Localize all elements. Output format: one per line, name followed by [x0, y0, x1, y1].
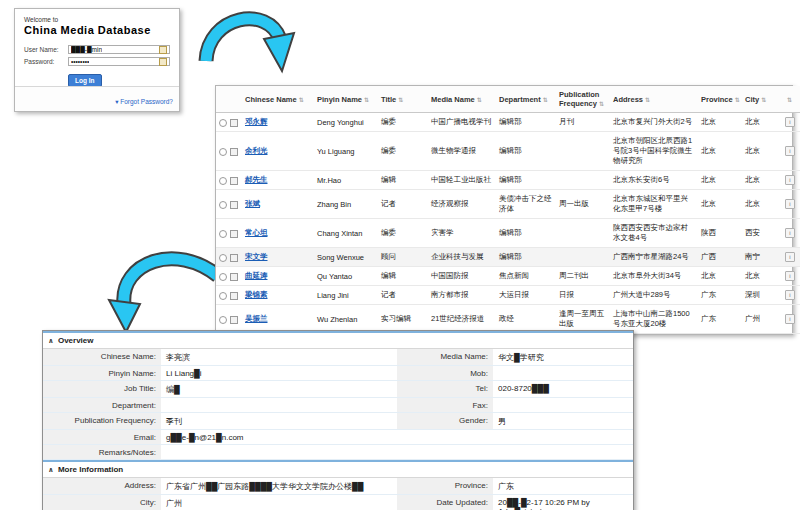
cell-title: 编委	[378, 113, 428, 132]
record-link[interactable]: 余利光	[245, 146, 268, 155]
field-value	[493, 398, 633, 412]
column-header-chinese-name[interactable]: Chinese Name⇅	[242, 86, 314, 113]
record-link[interactable]: 邓永辉	[245, 117, 268, 126]
record-link[interactable]: 张斌	[245, 199, 260, 208]
field-label: Job Title:	[43, 381, 161, 397]
row-radio[interactable]	[219, 148, 227, 156]
info-icon[interactable]: i	[785, 271, 795, 281]
row-radio[interactable]	[219, 201, 227, 209]
cell-chinese-name: 曲延涛	[242, 267, 314, 286]
cell-department: 焦点新闻	[496, 267, 556, 286]
row-radio[interactable]	[219, 177, 227, 185]
row-edit-icon[interactable]	[230, 230, 238, 238]
sort-icon[interactable]: ⇅	[299, 97, 304, 103]
record-link[interactable]: 常心坦	[245, 228, 268, 237]
results-table-panel: Chinese Name⇅Pinyin Name⇅Title⇅Media Nam…	[215, 85, 793, 335]
overview-section: ∧ Overview Chinese Name:李亮滨Media Name:华文…	[43, 331, 633, 460]
row-edit-icon[interactable]	[230, 148, 238, 156]
column-header-province[interactable]: Province⇅	[698, 86, 742, 113]
column-header-label: Media Name	[431, 95, 475, 104]
sort-icon[interactable]: ⇅	[398, 97, 403, 103]
field-label	[397, 445, 493, 459]
column-header-address[interactable]: Address⇅	[610, 86, 698, 113]
detail-row: Chinese Name:李亮滨Media Name:华文█学研究	[43, 349, 633, 366]
column-header-city[interactable]: City⇅	[742, 86, 782, 113]
row-radio[interactable]	[219, 273, 227, 281]
cell-address: 北京市复兴门外大街2号	[610, 113, 698, 132]
row-edit-icon[interactable]	[230, 254, 238, 262]
column-header-department[interactable]: Department⇅	[496, 86, 556, 113]
column-header-media-name[interactable]: Media Name⇅	[428, 86, 496, 113]
table-row[interactable]: 曲延涛Qu Yantao编辑中国国防报焦点新闻周二刊出北京市阜外大街34号北京北…	[216, 267, 800, 286]
row-radio[interactable]	[219, 119, 227, 127]
sort-icon[interactable]: ⇅	[761, 97, 766, 103]
field-value: 020-8720███	[493, 381, 633, 397]
info-icon[interactable]: i	[785, 117, 795, 127]
cell-pinyin: Deng Yonghui	[314, 113, 378, 132]
info-icon[interactable]: i	[785, 146, 795, 156]
table-row[interactable]: 余利光Yu Liguang编委微生物学通报编辑部北京市朝阳区北辰西路1号院3号中…	[216, 132, 800, 171]
column-header-publication-frequency[interactable]: Publication Frequency⇅	[556, 86, 610, 113]
cell-city: 北京	[742, 190, 782, 219]
overview-section-header[interactable]: ∧ Overview	[43, 333, 633, 349]
info-icon[interactable]: i	[785, 175, 795, 185]
forgot-password-link[interactable]: ▾ Forgot Password?	[115, 98, 173, 105]
record-link[interactable]: 吴振兰	[245, 314, 268, 323]
table-row[interactable]: 郝先生Mr.Hao编辑中国轻工业出版社编辑部北京东长安街6号北京北京i	[216, 171, 800, 190]
column-header-title[interactable]: Title⇅	[378, 86, 428, 113]
record-link[interactable]: 宋文学	[245, 252, 268, 261]
column-header-label: Department	[499, 95, 541, 104]
autofill-icon[interactable]	[159, 46, 167, 54]
cell-media: 经济观察报	[428, 190, 496, 219]
forgot-password-row: ▾ Forgot Password?	[15, 86, 179, 111]
row-select-cell	[216, 132, 242, 171]
row-radio[interactable]	[219, 316, 227, 324]
table-row[interactable]: 梁锦素Liang Jini记者南方都市报大运日报日报广州大道中289号广东深圳i	[216, 286, 800, 305]
cell-pinyin: Qu Yantao	[314, 267, 378, 286]
row-edit-icon[interactable]	[230, 316, 238, 324]
info-icon[interactable]: i	[785, 199, 795, 209]
sort-icon[interactable]: ⇅	[364, 97, 369, 103]
password-value: ••••••••	[71, 58, 89, 65]
info-icon[interactable]: i	[785, 290, 795, 300]
cell-media: 南方都市报	[428, 286, 496, 305]
row-edit-icon[interactable]	[230, 177, 238, 185]
sort-icon[interactable]: ⇅	[599, 101, 604, 107]
autofill-icon[interactable]	[159, 58, 167, 66]
row-edit-icon[interactable]	[230, 119, 238, 127]
record-link[interactable]: 曲延涛	[245, 271, 268, 280]
record-link[interactable]: 郝先生	[245, 175, 268, 184]
section-title: More Information	[58, 465, 123, 474]
field-value	[493, 366, 633, 380]
row-radio[interactable]	[219, 292, 227, 300]
field-value: g██e-█n@21█n.com	[161, 430, 397, 444]
info-icon[interactable]: i	[785, 252, 795, 262]
sort-icon[interactable]: ⇅	[477, 97, 482, 103]
info-icon[interactable]: i	[785, 314, 795, 324]
field-value: 李亮滨	[161, 349, 397, 365]
row-select-cell	[216, 190, 242, 219]
username-input[interactable]: ███-█min	[68, 45, 170, 54]
table-row[interactable]: 常心坦Chang Xintan编委灾害学编辑部陕西西安西安市边家村水文巷4号陕西…	[216, 219, 800, 248]
row-radio[interactable]	[219, 230, 227, 238]
table-row[interactable]: 宋文学Song Wenxue顾问企业科技与发展编辑部广西南宁市星湖路24号广西南…	[216, 248, 800, 267]
field-value: 广东	[493, 478, 633, 494]
record-link[interactable]: 梁锦素	[245, 290, 268, 299]
cell-media: 中国广播电视学刊	[428, 113, 496, 132]
table-row[interactable]: 张斌Zhang Bin记者经济观察报美债冲击下之经济体周一出版北京市东城区和平里…	[216, 190, 800, 219]
password-input[interactable]: ••••••••	[68, 57, 170, 66]
sort-icon[interactable]: ⇅	[645, 97, 650, 103]
sort-icon[interactable]: ⇅	[735, 97, 740, 103]
cell-department: 编辑部	[496, 113, 556, 132]
cell-media: 灾害学	[428, 219, 496, 248]
sort-icon[interactable]: ⇅	[543, 97, 548, 103]
row-edit-icon[interactable]	[230, 292, 238, 300]
row-radio[interactable]	[219, 254, 227, 262]
row-edit-icon[interactable]	[230, 273, 238, 281]
more-info-section-header[interactable]: ∧ More Information	[43, 462, 633, 478]
row-edit-icon[interactable]	[230, 201, 238, 209]
column-header-label: Address	[613, 95, 643, 104]
column-header-pinyin-name[interactable]: Pinyin Name⇅	[314, 86, 378, 113]
info-icon[interactable]: i	[785, 228, 795, 238]
table-row[interactable]: 邓永辉Deng Yonghui编委中国广播电视学刊编辑部月刊北京市复兴门外大街2…	[216, 113, 800, 132]
